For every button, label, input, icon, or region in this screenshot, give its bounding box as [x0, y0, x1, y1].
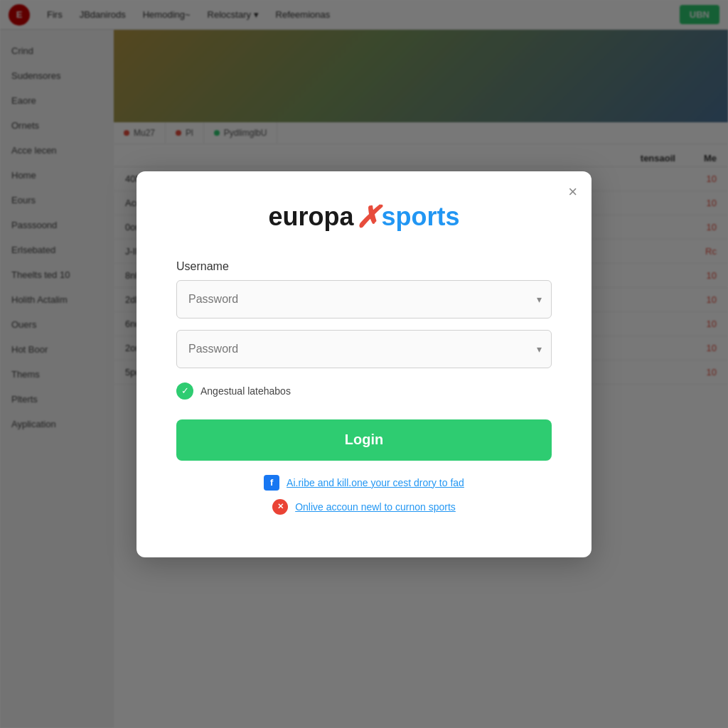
logo-europa-text: europa [268, 202, 353, 232]
checkbox-label: Angestual latehabos [200, 385, 291, 397]
remember-me-row[interactable]: ✓ Angestual latehabos [176, 382, 552, 400]
username-label: Username [176, 260, 552, 273]
modal-logo: europa✗sports [176, 200, 552, 235]
logo-x-icon: ✗ [355, 200, 380, 235]
checkbox-checked-icon: ✓ [176, 382, 193, 400]
facebook-link-text[interactable]: Ai.ribe and kill.one your cest drory to … [287, 477, 464, 488]
login-modal: × europa✗sports Username ▾ ▾ ✓ Angestual… [136, 171, 592, 557]
google-link-text[interactable]: Onlive accoun newl to curnon sports [295, 501, 456, 513]
modal-close-button[interactable]: × [568, 184, 577, 200]
password-field-wrapper-2: ▾ [176, 330, 552, 368]
google-link-row[interactable]: ✕ Onlive accoun newl to curnon sports [176, 499, 552, 515]
login-button[interactable]: Login [176, 419, 552, 461]
password-field-wrapper-1: ▾ [176, 280, 552, 318]
facebook-icon: f [264, 475, 279, 491]
google-icon: ✕ [272, 499, 288, 515]
facebook-link-row[interactable]: f Ai.ribe and kill.one your cest drory t… [176, 475, 552, 491]
modal-overlay[interactable]: × europa✗sports Username ▾ ▾ ✓ Angestual… [0, 0, 728, 728]
password-input[interactable] [176, 330, 552, 368]
username-input[interactable] [176, 280, 552, 318]
logo-sports-text: sports [382, 202, 460, 232]
